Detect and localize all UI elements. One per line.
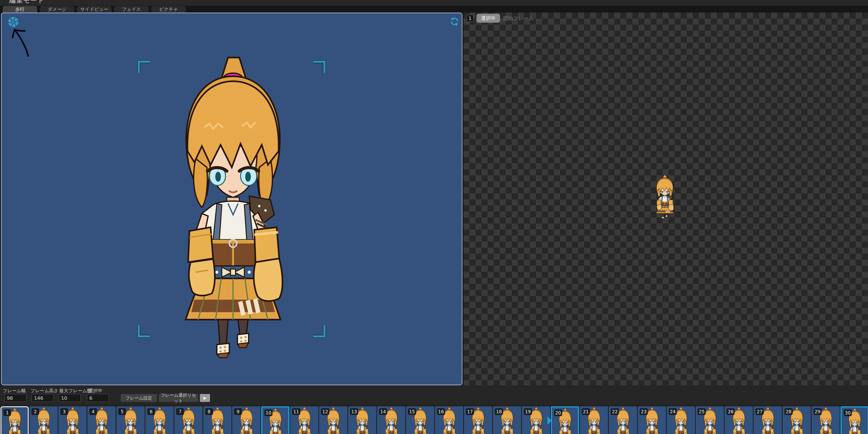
frame-number-badge: 16 — [437, 408, 445, 415]
filmstrip-frame-7[interactable]: 7 — [174, 406, 203, 434]
play-button[interactable]: ▶ — [200, 394, 210, 402]
tab-picture[interactable]: ピクチャ — [151, 6, 186, 12]
selected-count-label: 選択中 — [89, 388, 102, 394]
filmstrip-frame-21[interactable]: 21 — [580, 406, 608, 434]
tab-damage[interactable]: ダメージ — [40, 6, 74, 12]
preview-sprite — [655, 174, 675, 219]
frame-settings-button[interactable]: フレーム設定 — [121, 394, 157, 402]
frame-number-badge: 5 — [118, 408, 126, 415]
filmstrip-frame-11[interactable]: 11 — [290, 406, 318, 434]
filmstrip-frame-1[interactable]: 1 — [0, 406, 29, 434]
frame-number-badge: 21 — [582, 408, 590, 415]
filmstrip-frame-4[interactable]: 4 — [87, 406, 116, 434]
frame-number-badge: 10 — [264, 409, 273, 416]
toggle-start-frame[interactable]: 開始フレーム — [500, 14, 537, 23]
filmstrip-frame-23[interactable]: 23 — [638, 406, 666, 434]
frame-number-badge: 20 — [554, 409, 562, 416]
filmstrip-frame-5[interactable]: 5 — [116, 406, 145, 434]
filmstrip-frame-28[interactable]: 28 — [782, 406, 811, 434]
filmstrip-frame-6[interactable]: 6 — [145, 406, 174, 434]
filmstrip-frame-2[interactable]: 2 — [29, 406, 58, 434]
toggle-selected-frame[interactable]: 選択中 — [476, 14, 500, 23]
filmstrip-frame-3[interactable]: 3 — [58, 406, 87, 434]
frame-number-badge: 3 — [60, 408, 68, 415]
frame-number-badge: 19 — [524, 408, 532, 415]
filmstrip-frame-27[interactable]: 27 — [753, 406, 782, 434]
filmstrip-frame-18[interactable]: 18 — [493, 406, 521, 434]
playhead-marker — [548, 416, 552, 425]
filmstrip-frame-20[interactable]: 20 — [551, 406, 579, 434]
filmstrip-frame-26[interactable]: 26 — [724, 406, 753, 434]
filmstrip-frame-14[interactable]: 14 — [377, 406, 405, 434]
frame-height-input[interactable] — [32, 394, 54, 402]
frame-number-badge: 22 — [611, 408, 619, 415]
frame-number-badge: 7 — [176, 408, 184, 415]
frame-number-badge: 17 — [466, 408, 474, 415]
frame-number-badge: 18 — [495, 408, 503, 415]
frame-number-badge: 6 — [147, 408, 155, 415]
frame-number-badge: 9 — [234, 408, 242, 415]
frame-number-badge: 2 — [31, 408, 39, 415]
max-frames-label: 最大フレーム数 — [59, 388, 91, 394]
capture-bracket-bottom-left — [137, 324, 151, 338]
hand-drawn-arrow — [10, 27, 32, 60]
frame-control-bar: フレーム幅 フレーム高さ 最大フレーム数 選択中 フレーム設定 フレーム選択リセ… — [0, 385, 868, 405]
filmstrip-frame-19[interactable]: 19 — [522, 406, 550, 434]
frame-number-badge: 24 — [669, 408, 677, 415]
frame-number-badge: 1 — [3, 409, 11, 416]
frame-number-badge: 26 — [726, 408, 735, 415]
character-viewport[interactable] — [1, 12, 463, 385]
filmstrip-frame-10[interactable]: 10 — [261, 406, 289, 434]
filmstrip-frame-8[interactable]: 8 — [203, 406, 231, 434]
frame-number-badge: 30 — [844, 409, 852, 416]
frame-number-badge: 12 — [321, 408, 329, 415]
filmstrip-frame-29[interactable]: 29 — [811, 406, 840, 434]
selected-count-input[interactable] — [87, 394, 109, 402]
capture-bracket-top-left — [137, 60, 151, 74]
filmstrip-frame-9[interactable]: 9 — [232, 406, 260, 434]
frame-height-label: フレーム高さ — [30, 388, 58, 394]
aperture-icon[interactable] — [7, 16, 19, 28]
filmstrip-frame-24[interactable]: 24 — [667, 406, 695, 434]
filmstrip-frame-17[interactable]: 17 — [464, 406, 492, 434]
frame-number-badge: 29 — [813, 408, 822, 415]
capture-bracket-bottom-right — [312, 324, 326, 338]
character-model — [177, 53, 289, 358]
frame-width-label: フレーム幅 — [3, 388, 26, 394]
play-icon: ▶ — [204, 396, 206, 400]
frame-number-badge: 27 — [755, 408, 764, 415]
filmstrip-frame-16[interactable]: 16 — [435, 406, 463, 434]
filmstrip-frame-13[interactable]: 13 — [348, 406, 376, 434]
animation-tab-bar: 歩行 ダメージ サイドビュー フェイス ピクチャ — [0, 6, 868, 12]
frame-number-badge: 28 — [784, 408, 793, 415]
tab-face[interactable]: フェイス — [114, 6, 149, 12]
preview-topbar: 1 選択中 開始フレーム — [463, 12, 868, 24]
frame-number-badge: 25 — [698, 408, 706, 415]
frame-number-badge: 13 — [350, 408, 358, 415]
filmstrip: 1234567891011121314151617181920212223242… — [0, 405, 868, 434]
sprite-preview-panel[interactable]: 1 選択中 開始フレーム — [463, 12, 868, 385]
frame-number-badge: 15 — [408, 408, 416, 415]
frame-number-badge: 23 — [640, 408, 648, 415]
filmstrip-frame-30[interactable]: 30 — [840, 406, 868, 434]
max-frames-input[interactable] — [59, 394, 81, 402]
window-title-partial: 編集モード — [9, 0, 44, 5]
filmstrip-frame-25[interactable]: 25 — [696, 406, 724, 434]
frame-number-badge: 8 — [205, 408, 213, 415]
rotate-refresh-icon[interactable] — [449, 16, 460, 27]
filmstrip-frame-15[interactable]: 15 — [406, 406, 434, 434]
frame-selection-reset-button[interactable]: フレーム選択リセット — [159, 394, 198, 402]
app-header: 編集モード — [0, 0, 868, 6]
capture-bracket-top-right — [312, 60, 326, 74]
frame-number-badge: 14 — [379, 408, 387, 415]
frame-width-input[interactable] — [4, 394, 27, 402]
preview-frame-number: 1 — [466, 15, 473, 22]
frame-number-badge: 11 — [292, 408, 300, 415]
tab-walk[interactable]: 歩行 — [3, 6, 37, 12]
filmstrip-frame-12[interactable]: 12 — [319, 406, 347, 434]
tab-side-view[interactable]: サイドビュー — [77, 6, 112, 12]
frame-number-badge: 4 — [89, 408, 97, 415]
filmstrip-frame-22[interactable]: 22 — [609, 406, 637, 434]
main-area: 1 選択中 開始フレーム — [0, 12, 868, 385]
